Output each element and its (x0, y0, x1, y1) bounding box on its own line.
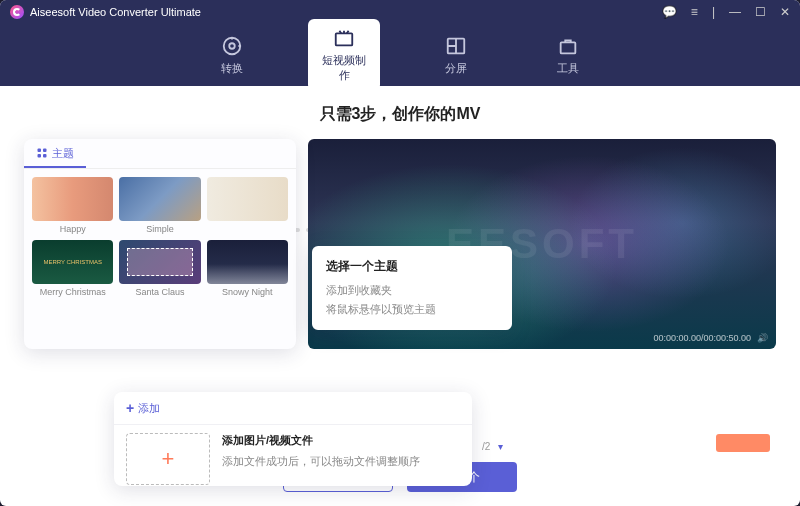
add-label: 添加 (138, 401, 160, 416)
theme-item[interactable]: Snowy Night (207, 240, 288, 297)
maximize-icon[interactable]: ☐ (755, 5, 766, 19)
theme-grid: Happy Simple Merry Christmas Santa Claus… (24, 169, 296, 305)
theme-thumb (119, 240, 200, 284)
theme-item[interactable] (207, 177, 288, 234)
svg-rect-4 (561, 42, 576, 53)
nav-tools[interactable]: 工具 (532, 27, 604, 84)
theme-item[interactable]: Happy (32, 177, 113, 234)
mv-icon (333, 27, 355, 49)
ratio: /2 (482, 441, 490, 452)
tooltip-line: 添加到收藏夹 (326, 281, 498, 300)
nav-convert[interactable]: 转换 (196, 27, 268, 84)
divider: | (712, 5, 715, 19)
add-desc: 添加文件成功后，可以拖动文件调整顺序 (222, 454, 420, 469)
close-icon[interactable]: ✕ (780, 5, 790, 19)
export-button[interactable] (716, 434, 770, 452)
titlebar: Aiseesoft Video Converter Ultimate 💬 ≡ |… (0, 0, 800, 24)
time-display: 00:00:00.00/00:00:50.00 (653, 333, 751, 343)
theme-item[interactable]: Merry Christmas (32, 240, 113, 297)
svg-rect-8 (43, 154, 47, 158)
svg-rect-2 (336, 33, 353, 45)
plus-icon: + (126, 400, 134, 416)
app-logo-icon (10, 5, 24, 19)
theme-thumb (32, 240, 113, 284)
nav-label: 短视频制作 (322, 54, 366, 81)
feedback-icon[interactable]: 💬 (662, 5, 677, 19)
minimize-icon[interactable]: — (729, 5, 741, 19)
theme-thumb (32, 177, 113, 221)
convert-icon (221, 35, 243, 57)
volume-icon[interactable]: 🔊 (757, 333, 768, 343)
tab-theme[interactable]: 主题 (24, 139, 86, 168)
add-title: 添加图片/视频文件 (222, 433, 420, 448)
tooltip-line: 将鼠标悬停以预览主题 (326, 300, 498, 319)
split-icon (445, 35, 467, 57)
theme-item[interactable]: Santa Claus (119, 240, 200, 297)
tools-icon (557, 35, 579, 57)
nav-split[interactable]: 分屏 (420, 27, 492, 84)
tooltip-title: 选择一个主题 (326, 258, 498, 275)
nav-label: 转换 (221, 62, 243, 74)
add-button[interactable]: + 添加 (114, 392, 472, 425)
app-title: Aiseesoft Video Converter Ultimate (30, 6, 201, 18)
svg-point-1 (229, 43, 235, 49)
chevron-down-icon[interactable]: ▾ (498, 441, 503, 452)
menu-icon[interactable]: ≡ (691, 5, 698, 19)
theme-item[interactable]: Simple (119, 177, 200, 234)
page-title: 只需3步，创作你的MV (0, 104, 800, 125)
tab-label: 主题 (52, 139, 74, 168)
nav-label: 分屏 (445, 62, 467, 74)
svg-point-0 (224, 37, 241, 54)
svg-rect-7 (38, 154, 42, 158)
svg-rect-5 (38, 148, 42, 152)
grid-icon (36, 147, 48, 159)
dropzone[interactable]: + (126, 433, 210, 485)
svg-rect-6 (43, 148, 47, 152)
add-media-panel: + 添加 + 添加图片/视频文件 添加文件成功后，可以拖动文件调整顺序 (114, 392, 472, 486)
tooltip-theme: 选择一个主题 添加到收藏夹 将鼠标悬停以预览主题 (312, 246, 512, 330)
nav-label: 工具 (557, 62, 579, 74)
nav-mv[interactable]: 短视频制作 (308, 19, 380, 91)
theme-thumb (119, 177, 200, 221)
theme-thumb (207, 177, 288, 221)
main-nav: 转换 短视频制作 分屏 工具 (0, 24, 800, 86)
theme-panel: 主题 Happy Simple Merry Christmas Santa Cl… (24, 139, 296, 349)
theme-thumb (207, 240, 288, 284)
player-controls: 00:00:00.00/00:00:50.00 🔊 (653, 333, 768, 343)
